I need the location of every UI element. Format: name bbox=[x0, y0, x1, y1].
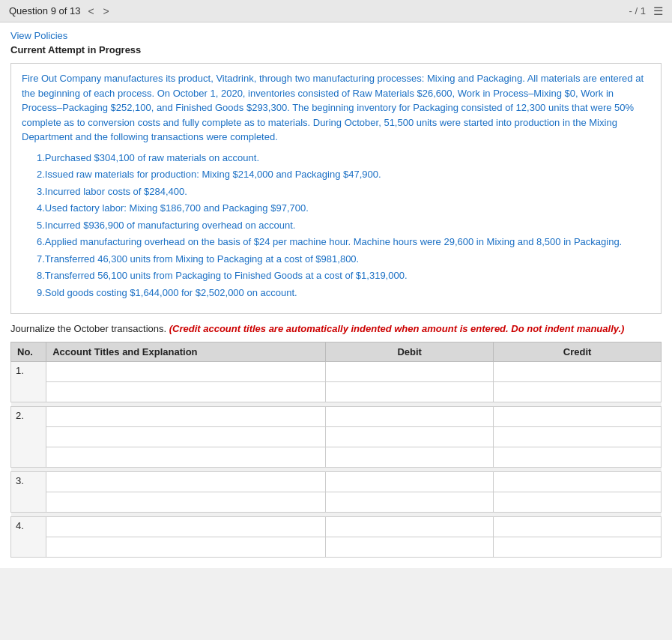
content-area: View Policies Current Attempt in Progres… bbox=[0, 22, 672, 568]
credit-input[interactable] bbox=[497, 539, 658, 555]
list-item: 7. Transferred 46,300 units from Mixing … bbox=[22, 252, 650, 267]
current-attempt-label: Current Attempt in Progress bbox=[10, 44, 662, 55]
debit-input[interactable] bbox=[329, 363, 490, 380]
col-debit: Debit bbox=[326, 342, 494, 362]
journal-table: No. Account Titles and Explanation Debit… bbox=[10, 342, 662, 558]
credit-input[interactable] bbox=[497, 519, 658, 535]
account-input[interactable] bbox=[49, 474, 322, 490]
account-cell[interactable] bbox=[46, 537, 326, 558]
debit-input[interactable] bbox=[329, 429, 490, 445]
view-policies-link[interactable]: View Policies bbox=[10, 30, 662, 41]
credit-input[interactable] bbox=[497, 429, 658, 445]
credit-input[interactable] bbox=[497, 474, 658, 490]
list-item: 3. Incurred labor costs of $284,400. bbox=[22, 184, 650, 199]
table-row bbox=[11, 537, 662, 558]
intro-paragraph: Fire Out Company manufactures its produc… bbox=[22, 71, 650, 145]
instruction-text: Journalize the October transactions. (Cr… bbox=[10, 323, 662, 334]
debit-cell[interactable] bbox=[326, 537, 494, 558]
debit-cell[interactable] bbox=[326, 447, 494, 468]
debit-input[interactable] bbox=[329, 539, 490, 555]
account-cell[interactable] bbox=[46, 447, 326, 468]
credit-cell[interactable] bbox=[494, 517, 662, 537]
credit-input[interactable] bbox=[497, 408, 658, 425]
col-account: Account Titles and Explanation bbox=[46, 342, 326, 362]
account-cell[interactable] bbox=[46, 407, 326, 427]
list-item: 2. Issued raw materials for production: … bbox=[22, 167, 650, 182]
fully-complete-highlight: fully complete bbox=[182, 117, 241, 128]
list-item: 5. Incurred $936,900 of manufacturing ov… bbox=[22, 218, 650, 233]
debit-cell[interactable] bbox=[326, 407, 494, 427]
account-input[interactable] bbox=[49, 519, 322, 535]
debit-input[interactable] bbox=[329, 449, 490, 465]
debit-cell[interactable] bbox=[326, 382, 494, 402]
problem-intro: Fire Out Company manufactures its produc… bbox=[22, 71, 650, 145]
account-input[interactable] bbox=[49, 384, 322, 400]
debit-cell[interactable] bbox=[326, 472, 494, 492]
table-row: 4. bbox=[11, 517, 662, 537]
col-no: No. bbox=[11, 342, 46, 362]
account-cell[interactable] bbox=[46, 362, 326, 382]
list-item: 9. Sold goods costing $1,644,000 for $2,… bbox=[22, 286, 650, 301]
credit-cell[interactable] bbox=[494, 382, 662, 402]
table-row bbox=[11, 427, 662, 447]
problem-box: Fire Out Company manufactures its produc… bbox=[10, 63, 662, 314]
account-input[interactable] bbox=[49, 494, 322, 510]
table-row: 2. bbox=[11, 407, 662, 427]
account-cell[interactable] bbox=[46, 472, 326, 492]
question-label: Question 9 of 13 bbox=[9, 5, 80, 16]
debit-input[interactable] bbox=[329, 474, 490, 490]
debit-input[interactable] bbox=[329, 519, 490, 535]
account-cell[interactable] bbox=[46, 382, 326, 402]
header-bar: Question 9 of 13 < > - / 1 ☰ bbox=[0, 0, 672, 22]
instruction-main: Journalize the October transactions. bbox=[10, 323, 166, 334]
account-input[interactable] bbox=[49, 429, 322, 445]
list-item: 4. Used factory labor: Mixing $186,700 a… bbox=[22, 201, 650, 216]
table-row: 3. bbox=[11, 472, 662, 492]
list-item: 8. Transferred 56,100 units from Packagi… bbox=[22, 268, 650, 283]
credit-cell[interactable] bbox=[494, 492, 662, 513]
instruction-highlight: (Credit account titles are automatically… bbox=[169, 323, 625, 334]
entry-no-1: 1. bbox=[11, 362, 46, 402]
credit-cell[interactable] bbox=[494, 407, 662, 427]
col-credit: Credit bbox=[494, 342, 662, 362]
credit-input[interactable] bbox=[497, 494, 658, 510]
account-cell[interactable] bbox=[46, 492, 326, 513]
credit-input[interactable] bbox=[497, 363, 658, 380]
prev-button[interactable]: < bbox=[86, 5, 95, 17]
table-row: 1. bbox=[11, 362, 662, 382]
account-input[interactable] bbox=[49, 539, 322, 555]
header-left: Question 9 of 13 < > bbox=[9, 5, 111, 17]
header-right: - / 1 ☰ bbox=[629, 4, 663, 18]
debit-cell[interactable] bbox=[326, 427, 494, 447]
entry-no-4: 4. bbox=[11, 517, 46, 558]
account-cell[interactable] bbox=[46, 517, 326, 537]
debit-input[interactable] bbox=[329, 408, 490, 425]
entry-no-3: 3. bbox=[11, 472, 46, 513]
list-item: 6. Applied manufacturing overhead on the… bbox=[22, 235, 650, 250]
table-row bbox=[11, 447, 662, 468]
account-cell[interactable] bbox=[46, 427, 326, 447]
credit-cell[interactable] bbox=[494, 447, 662, 468]
debit-cell[interactable] bbox=[326, 362, 494, 382]
table-row bbox=[11, 382, 662, 402]
account-input[interactable] bbox=[49, 449, 322, 465]
menu-icon[interactable]: ☰ bbox=[653, 4, 663, 18]
transaction-list: 1. Purchased $304,100 of raw materials o… bbox=[22, 151, 650, 301]
credit-cell[interactable] bbox=[494, 427, 662, 447]
debit-cell[interactable] bbox=[326, 517, 494, 537]
debit-input[interactable] bbox=[329, 384, 490, 400]
account-input[interactable] bbox=[49, 363, 322, 380]
page-indicator: - / 1 bbox=[629, 5, 646, 16]
table-row bbox=[11, 492, 662, 513]
credit-input[interactable] bbox=[497, 449, 658, 465]
credit-cell[interactable] bbox=[494, 537, 662, 558]
next-button[interactable]: > bbox=[102, 5, 111, 17]
credit-cell[interactable] bbox=[494, 472, 662, 492]
list-item: 1. Purchased $304,100 of raw materials o… bbox=[22, 151, 650, 166]
credit-input[interactable] bbox=[497, 384, 658, 400]
entry-no-2: 2. bbox=[11, 407, 46, 468]
credit-cell[interactable] bbox=[494, 362, 662, 382]
debit-cell[interactable] bbox=[326, 492, 494, 513]
debit-input[interactable] bbox=[329, 494, 490, 510]
account-input[interactable] bbox=[49, 408, 322, 425]
